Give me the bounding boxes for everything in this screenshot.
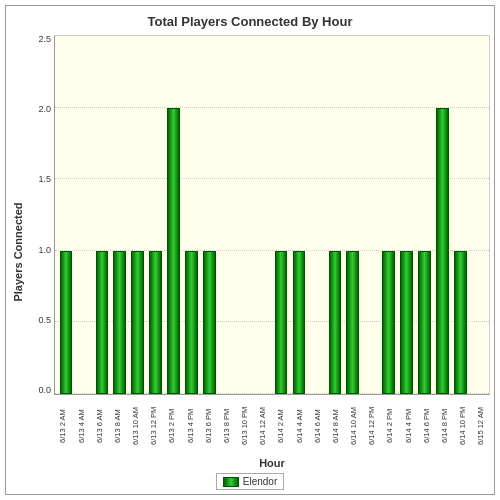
bar-group (147, 36, 165, 394)
x-label-item: 6/13 8 AM (109, 397, 127, 455)
bar-group (200, 36, 218, 394)
bar-group (93, 36, 111, 394)
x-label-item: 6/14 8 PM (436, 397, 454, 455)
bar-group (433, 36, 451, 394)
bar (113, 251, 126, 394)
x-axis-title: Hour (54, 457, 490, 469)
legend-area: Elendor (216, 473, 284, 490)
bar-group (165, 36, 183, 394)
bar (96, 251, 109, 394)
bar (185, 251, 198, 394)
legend-bar-icon (223, 477, 239, 487)
x-label-text: 6/14 4 PM (405, 397, 413, 455)
bar (149, 251, 162, 394)
bar-group (57, 36, 75, 394)
x-label-item: 6/13 4 AM (72, 397, 90, 455)
bar (275, 251, 288, 394)
x-label-item: 6/13 10 PM (236, 397, 254, 455)
x-label-item: 6/14 2 AM (272, 397, 290, 455)
x-label-item: 6/14 10 PM (454, 397, 472, 455)
bar (167, 108, 180, 394)
bar-group (272, 36, 290, 394)
y-tick-label: 1.5 (38, 175, 51, 184)
x-label-text: 6/14 8 PM (441, 397, 449, 455)
bar-group (75, 36, 93, 394)
chart-area: Players Connected 0.00.51.01.52.02.5 6/1… (10, 35, 490, 469)
bar-group (344, 36, 362, 394)
bar (346, 251, 359, 394)
x-label-text: 6/14 6 PM (423, 397, 431, 455)
x-label-text: 6/14 8 AM (332, 397, 340, 455)
bar (293, 251, 306, 394)
x-label-text: 6/13 6 PM (205, 397, 213, 455)
x-label-text: 6/13 10 AM (132, 397, 140, 455)
bar-group (290, 36, 308, 394)
x-label-item: 6/14 4 PM (399, 397, 417, 455)
bar (454, 251, 467, 394)
bar-group (111, 36, 129, 394)
x-label-item: 6/13 2 PM (163, 397, 181, 455)
x-label-text: 6/14 10 PM (459, 397, 467, 455)
x-label-item: 6/14 2 PM (381, 397, 399, 455)
x-label-text: 6/14 2 AM (277, 397, 285, 455)
y-axis-label-container: Players Connected (10, 35, 26, 469)
x-label-item: 6/13 10 AM (127, 397, 145, 455)
x-label-item: 6/14 6 AM (308, 397, 326, 455)
x-label-text: 6/13 8 AM (114, 397, 122, 455)
x-label-item: 6/13 6 PM (199, 397, 217, 455)
chart-title: Total Players Connected By Hour (148, 14, 353, 29)
y-ticks: 0.00.51.01.52.02.5 (26, 35, 54, 395)
x-label-item: 6/13 12 PM (145, 397, 163, 455)
bar-group (415, 36, 433, 394)
x-label-text: 6/13 4 PM (187, 397, 195, 455)
bar-group (469, 36, 487, 394)
bar (60, 251, 73, 394)
x-label-item: 6/14 4 AM (290, 397, 308, 455)
bar (436, 108, 449, 394)
chart-inner: 0.00.51.01.52.02.5 6/13 2 AM6/13 4 AM6/1… (26, 35, 490, 469)
x-label-text: 6/14 6 AM (314, 397, 322, 455)
x-label-item: 6/15 12 AM (472, 397, 490, 455)
bar-group (129, 36, 147, 394)
bar (418, 251, 431, 394)
x-label-text: 6/13 4 AM (78, 397, 86, 455)
x-label-text: 6/14 12 PM (368, 397, 376, 455)
bar-group (451, 36, 469, 394)
x-label-item: 6/13 4 PM (181, 397, 199, 455)
x-label-item: 6/14 6 PM (417, 397, 435, 455)
x-label-item: 6/13 6 AM (90, 397, 108, 455)
x-label-text: 6/13 12 PM (150, 397, 158, 455)
x-label-text: 6/13 8 PM (223, 397, 231, 455)
y-tick-label: 1.0 (38, 246, 51, 255)
bar-group (254, 36, 272, 394)
bar (400, 251, 413, 394)
bar (203, 251, 216, 394)
plot-and-y: 0.00.51.01.52.02.5 (26, 35, 490, 395)
x-label-text: 6/15 12 AM (477, 397, 485, 455)
bar-group (218, 36, 236, 394)
x-label-item: 6/13 8 PM (218, 397, 236, 455)
y-tick-label: 2.5 (38, 35, 51, 44)
x-label-item: 6/14 12 AM (254, 397, 272, 455)
bar (382, 251, 395, 394)
bar-group (380, 36, 398, 394)
bar-group (236, 36, 254, 394)
x-label-item: 6/14 10 AM (345, 397, 363, 455)
bar (329, 251, 342, 394)
x-label-item: 6/14 8 AM (327, 397, 345, 455)
y-tick-label: 0.0 (38, 386, 51, 395)
x-label-text: 6/13 6 AM (96, 397, 104, 455)
chart-container: Total Players Connected By Hour Players … (5, 5, 495, 495)
bar-group (308, 36, 326, 394)
y-tick-label: 2.0 (38, 105, 51, 114)
bar-group (398, 36, 416, 394)
bar-group (326, 36, 344, 394)
x-axis-area: 6/13 2 AM6/13 4 AM6/13 6 AM6/13 8 AM6/13… (26, 395, 490, 469)
x-label-text: 6/14 10 AM (350, 397, 358, 455)
x-label-text: 6/13 2 AM (59, 397, 67, 455)
legend-label: Elendor (243, 476, 277, 487)
bar-group (182, 36, 200, 394)
x-label-text: 6/14 12 AM (259, 397, 267, 455)
bar-group (362, 36, 380, 394)
bar (131, 251, 144, 394)
